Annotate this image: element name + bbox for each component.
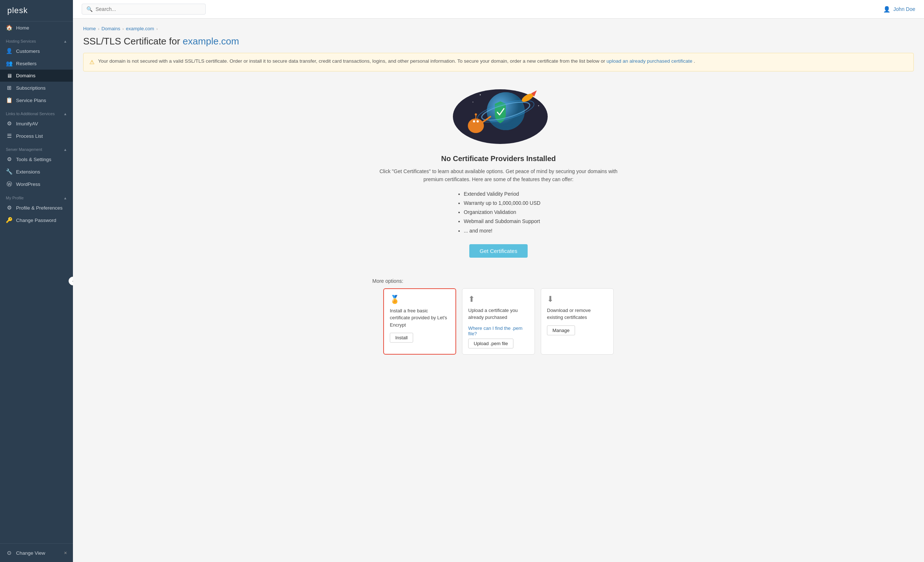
warning-text: Your domain is not secured with a valid …: [98, 58, 695, 65]
sidebar-item-process-list[interactable]: ☰ Process List: [0, 130, 73, 142]
server-chevron-icon: ▲: [63, 148, 67, 151]
feature-item: Extended Validity Period: [464, 189, 540, 199]
svg-point-14: [480, 94, 481, 96]
search-box[interactable]: 🔍: [82, 4, 206, 15]
breadcrumb-sep2: ›: [123, 27, 124, 31]
sidebar-item-subscriptions-label: Subscriptions: [16, 85, 46, 91]
subscriptions-icon: ⊞: [6, 85, 12, 91]
breadcrumb-home[interactable]: Home: [83, 26, 96, 31]
extensions-icon: 🔧: [6, 168, 12, 175]
sidebar-item-customers[interactable]: 👤 Customers: [0, 45, 73, 57]
sidebar-item-resellers-label: Resellers: [16, 61, 36, 66]
upload-icon: ⬆: [468, 294, 529, 304]
sidebar-item-tools-settings[interactable]: ⚙ Tools & Settings: [0, 153, 73, 165]
profile-preferences-icon: ⚙: [6, 204, 12, 211]
page-title: SSL/TLS Certificate for example.com: [83, 36, 914, 47]
manage-button[interactable]: Manage: [547, 325, 575, 335]
install-button[interactable]: Install: [390, 333, 413, 343]
change-password-icon: 🔑: [6, 217, 12, 223]
sidebar-item-profile-preferences[interactable]: ⚙ Profile & Preferences: [0, 202, 73, 214]
sidebar-item-subscriptions[interactable]: ⊞ Subscriptions: [0, 82, 73, 94]
options-grid: 🏅 Install a free basic certificate provi…: [371, 288, 626, 355]
change-view-icon: ⊙: [6, 550, 12, 556]
svg-point-7: [473, 120, 475, 123]
tools-settings-icon: ⚙: [6, 156, 12, 163]
svg-point-16: [538, 105, 539, 106]
search-input[interactable]: [96, 6, 201, 12]
upload-pem-button[interactable]: Upload .pem file: [468, 339, 513, 348]
sidebar-item-extensions-label: Extensions: [16, 169, 40, 175]
breadcrumb-sep1: ›: [98, 27, 99, 31]
sidebar-item-service-plans[interactable]: 📋 Service Plans: [0, 94, 73, 106]
sidebar-item-imunifyav[interactable]: ⚙ ImunifyAV: [0, 117, 73, 130]
sidebar: plesk 🏠 Home Hosting Services ▲ 👤 Custom…: [0, 0, 73, 562]
sidebar-item-resellers[interactable]: 👥 Resellers: [0, 57, 73, 70]
sidebar-item-service-plans-label: Service Plans: [16, 98, 46, 103]
user-icon: 👤: [883, 6, 891, 13]
sidebar-item-domains[interactable]: 🖥 Domains: [0, 70, 73, 82]
lets-encrypt-card: 🏅 Install a free basic certificate provi…: [383, 288, 456, 355]
pem-file-link[interactable]: Where can I find the .pem file?: [468, 325, 529, 336]
resellers-icon: 👥: [6, 60, 12, 67]
feature-item: Webmail and Subdomain Support: [464, 217, 540, 226]
svg-point-8: [477, 120, 479, 123]
profile-chevron-icon: ▲: [63, 196, 67, 200]
warning-banner: ⚠ Your domain is not secured with a vali…: [83, 53, 914, 72]
svg-point-15: [520, 91, 521, 91]
cert-illustration: [447, 80, 549, 146]
topbar: 🔍 👤 John Doe: [73, 0, 924, 19]
download-icon: ⬇: [547, 294, 608, 304]
breadcrumb-sep3: ›: [156, 27, 158, 31]
search-icon: 🔍: [86, 6, 93, 12]
upload-cert-link[interactable]: upload an already purchased certificate: [606, 58, 693, 64]
breadcrumb-domain[interactable]: example.com: [126, 26, 154, 31]
warning-end-text: .: [694, 58, 695, 64]
sidebar-item-change-password[interactable]: 🔑 Change Password: [0, 214, 73, 226]
sidebar-item-customers-label: Customers: [16, 48, 40, 54]
sidebar-item-tools-label: Tools & Settings: [16, 157, 51, 162]
get-certificates-button[interactable]: Get Certificates: [469, 244, 527, 258]
service-plans-icon: 📋: [6, 97, 12, 103]
svg-point-10: [475, 113, 477, 115]
links-chevron-icon: ▲: [63, 112, 67, 116]
sidebar-section-server[interactable]: Server Management ▲: [0, 144, 73, 153]
cert-features-list: Extended Validity Period Warranty up to …: [456, 189, 540, 235]
close-icon: ✕: [64, 551, 67, 556]
app-logo: plesk: [0, 0, 73, 21]
lets-encrypt-text: Install a free basic certificate provide…: [390, 307, 450, 329]
sidebar-item-wordpress[interactable]: Ⓦ WordPress: [0, 178, 73, 190]
profile-section-label: My Profile: [6, 196, 24, 200]
page-title-domain: example.com: [183, 36, 239, 46]
breadcrumb-domains[interactable]: Domains: [101, 26, 120, 31]
user-menu[interactable]: 👤 John Doe: [883, 6, 915, 13]
cert-description: Click "Get Certificates" to learn about …: [371, 167, 626, 184]
sidebar-item-home[interactable]: 🏠 Home: [0, 21, 73, 34]
process-list-icon: ☰: [6, 133, 12, 139]
upload-cert-card: ⬆ Upload a certificate you already purch…: [462, 288, 535, 355]
change-view-button[interactable]: ⊙ Change View ✕: [0, 547, 73, 559]
more-options-label: More options:: [372, 278, 626, 284]
svg-point-17: [472, 102, 473, 102]
feature-item: Organization Validation: [464, 208, 540, 217]
warning-icon: ⚠: [89, 58, 94, 67]
main-area: 🔍 👤 John Doe Home › Domains › example.co…: [73, 0, 924, 562]
sidebar-item-extensions[interactable]: 🔧 Extensions: [0, 165, 73, 178]
hosting-section-label: Hosting Services: [6, 39, 36, 43]
server-section-label: Server Management: [6, 147, 42, 151]
sidebar-item-profile-label: Profile & Preferences: [16, 205, 63, 211]
sidebar-section-links[interactable]: Links to Additional Services ▲: [0, 108, 73, 117]
customers-icon: 👤: [6, 48, 12, 54]
manage-certs-card: ⬇ Download or remove existing certificat…: [541, 288, 614, 355]
breadcrumb: Home › Domains › example.com ›: [83, 26, 914, 31]
sidebar-bottom: ⊙ Change View ✕: [0, 543, 73, 562]
upload-cert-text: Upload a certificate you already purchas…: [468, 307, 529, 321]
sidebar-item-wordpress-label: WordPress: [16, 181, 40, 187]
page-content: Home › Domains › example.com › SSL/TLS C…: [73, 19, 924, 562]
sidebar-item-change-password-label: Change Password: [16, 217, 56, 223]
sidebar-section-hosting[interactable]: Hosting Services ▲: [0, 35, 73, 45]
page-title-prefix: SSL/TLS Certificate for: [83, 36, 183, 46]
sidebar-section-profile[interactable]: My Profile ▲: [0, 192, 73, 202]
no-providers-title: No Certificate Providers Installed: [371, 154, 626, 163]
links-section-label: Links to Additional Services: [6, 111, 55, 116]
sidebar-collapse-button[interactable]: ‹: [69, 277, 73, 285]
